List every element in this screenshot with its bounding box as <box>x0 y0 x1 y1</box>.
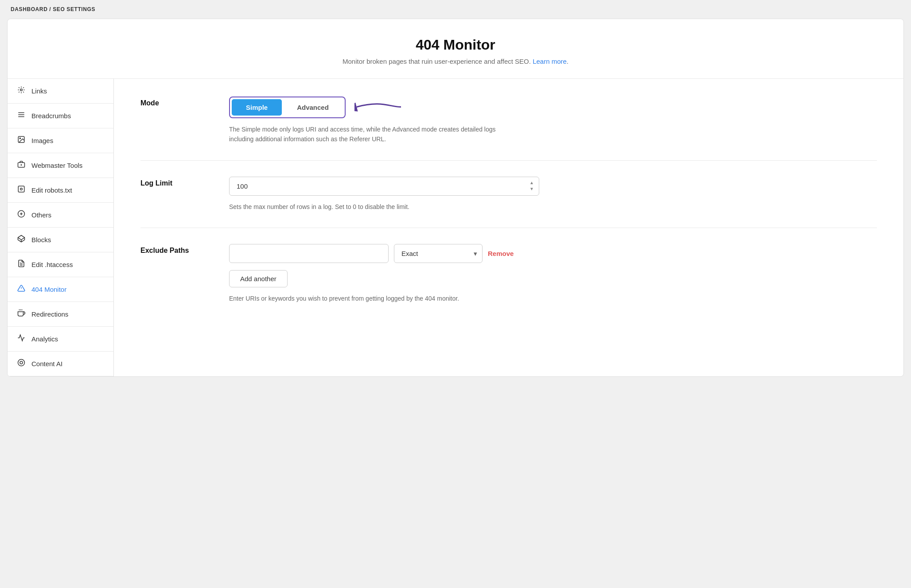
log-limit-setting-section: Log Limit ▲ ▼ Sets the max number of row… <box>140 177 877 228</box>
sidebar-item-analytics-label: Analytics <box>31 335 58 343</box>
exclude-paths-control: Exact Contains Starts With Ends With Reg… <box>229 244 877 303</box>
mode-arrow-indicator <box>354 96 403 119</box>
mode-toggle: Simple Advanced <box>229 97 346 118</box>
stepper-up-button[interactable]: ▲ <box>528 180 536 186</box>
learn-more-link[interactable]: Learn more <box>533 58 567 65</box>
exclude-paths-setting-row: Exclude Paths Exact Contains Starts With… <box>140 244 877 303</box>
links-icon <box>16 86 26 96</box>
log-limit-description: Sets the max number of rows in a log. Se… <box>229 202 517 212</box>
main-settings-content: Mode Simple Advanced <box>114 79 903 376</box>
svg-point-5 <box>19 138 20 139</box>
sidebar-item-images[interactable]: Images <box>8 128 113 153</box>
breadcrumb-current: SEO SETTINGS <box>53 6 95 12</box>
remove-path-button[interactable]: Remove <box>488 250 514 257</box>
stepper-down-button[interactable]: ▼ <box>528 186 536 192</box>
analytics-icon <box>16 334 26 344</box>
mode-description: The Simple mode only logs URI and access… <box>229 124 517 144</box>
sidebar-item-breadcrumbs[interactable]: Breadcrumbs <box>8 104 113 128</box>
sidebar-item-links-label: Links <box>31 87 47 95</box>
log-limit-control: ▲ ▼ Sets the max number of rows in a log… <box>229 177 877 212</box>
404-monitor-icon <box>16 284 26 294</box>
blocks-icon <box>16 235 26 245</box>
main-container: 404 Monitor Monitor broken pages that ru… <box>7 19 904 377</box>
svg-point-0 <box>20 89 23 91</box>
stepper-buttons: ▲ ▼ <box>528 180 536 192</box>
breadcrumb-dashboard[interactable]: DASHBOARD <box>11 6 47 12</box>
sidebar-item-edit-htaccess[interactable]: Edit .htaccess <box>8 252 113 277</box>
log-limit-input[interactable] <box>229 177 539 196</box>
sidebar-item-breadcrumbs-label: Breadcrumbs <box>31 112 71 120</box>
redirections-icon <box>16 309 26 319</box>
sidebar-item-content-ai-label: Content AI <box>31 360 62 368</box>
sidebar-item-redirections[interactable]: Redirections <box>8 302 113 327</box>
page-header: 404 Monitor Monitor broken pages that ru… <box>8 19 903 79</box>
exclude-paths-description: Enter URIs or keywords you wish to preve… <box>229 294 517 303</box>
content-area: Links Breadcrumbs Images Webmaster Tools <box>8 79 903 376</box>
breadcrumbs-icon <box>16 111 26 121</box>
svg-point-24 <box>20 361 23 364</box>
svg-point-10 <box>20 188 23 190</box>
content-ai-icon <box>16 359 26 369</box>
exclude-path-input[interactable] <box>229 244 389 263</box>
sidebar-item-blocks[interactable]: Blocks <box>8 228 113 252</box>
match-type-select[interactable]: Exact Contains Starts With Ends With Reg… <box>394 244 483 263</box>
sidebar-item-edit-robots-label: Edit robots.txt <box>31 186 72 194</box>
sidebar-item-redirections-label: Redirections <box>31 310 68 318</box>
breadcrumb-separator: / <box>49 6 51 12</box>
mode-toggle-wrapper: Simple Advanced <box>229 97 346 118</box>
sidebar: Links Breadcrumbs Images Webmaster Tools <box>8 79 114 376</box>
edit-robots-icon <box>16 185 26 195</box>
sidebar-item-404-monitor[interactable]: 404 Monitor ← <box>8 277 113 302</box>
sidebar-item-edit-robots[interactable]: Edit robots.txt <box>8 178 113 203</box>
webmaster-tools-icon <box>16 160 26 170</box>
log-limit-label: Log Limit <box>140 177 211 187</box>
page-description: Monitor broken pages that ruin user-expe… <box>16 58 895 65</box>
sidebar-item-others[interactable]: Others <box>8 203 113 228</box>
page-title: 404 Monitor <box>16 37 895 53</box>
mode-setting-row: Mode Simple Advanced <box>140 97 877 144</box>
mode-control: Simple Advanced <box>229 97 877 144</box>
mode-setting-section: Mode Simple Advanced <box>140 97 877 161</box>
svg-rect-9 <box>18 186 24 192</box>
log-limit-input-wrapper: ▲ ▼ <box>229 177 539 196</box>
sidebar-item-images-label: Images <box>31 137 53 144</box>
exclude-paths-row: Exact Contains Starts With Ends With Reg… <box>229 244 877 263</box>
sidebar-item-content-ai[interactable]: Content AI <box>8 352 113 376</box>
exclude-paths-setting-section: Exclude Paths Exact Contains Starts With… <box>140 244 877 319</box>
edit-htaccess-icon <box>16 259 26 270</box>
sidebar-item-links[interactable]: Links <box>8 79 113 104</box>
breadcrumb: DASHBOARD / SEO SETTINGS <box>0 0 911 19</box>
sidebar-item-others-label: Others <box>31 211 51 219</box>
sidebar-item-blocks-label: Blocks <box>31 236 51 244</box>
sidebar-item-webmaster-tools-label: Webmaster Tools <box>31 162 82 169</box>
mode-label: Mode <box>140 97 211 107</box>
exclude-paths-label: Exclude Paths <box>140 244 211 255</box>
sidebar-item-analytics[interactable]: Analytics <box>8 327 113 352</box>
sidebar-item-edit-htaccess-label: Edit .htaccess <box>31 261 73 268</box>
simple-mode-button[interactable]: Simple <box>232 99 282 116</box>
match-type-select-wrapper: Exact Contains Starts With Ends With Reg… <box>394 244 483 263</box>
sidebar-item-webmaster-tools[interactable]: Webmaster Tools <box>8 153 113 178</box>
svg-point-23 <box>18 360 25 366</box>
log-limit-setting-row: Log Limit ▲ ▼ Sets the max number of row… <box>140 177 877 212</box>
advanced-mode-button[interactable]: Advanced <box>283 99 343 116</box>
images-icon <box>16 135 26 146</box>
sidebar-item-404-monitor-label: 404 Monitor <box>31 286 66 293</box>
add-another-button[interactable]: Add another <box>229 270 288 287</box>
others-icon <box>16 210 26 220</box>
